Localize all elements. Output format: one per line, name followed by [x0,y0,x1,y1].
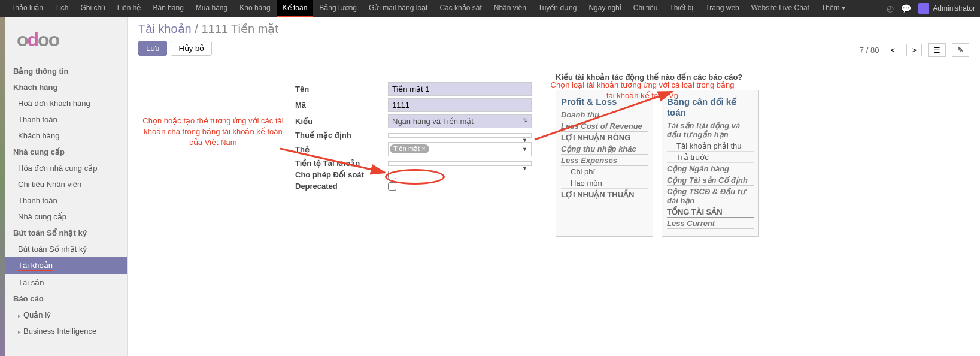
info-line: Less Current [667,219,754,229]
user-menu[interactable]: Administrator [918,3,975,14]
label-reconcile: Cho phép Đối soát [295,170,388,179]
sidebar-item[interactable]: Tài sản [5,274,127,291]
info-line: LỢI NHUẬN THUẦN [561,190,648,200]
topbar-item[interactable]: Bảng lương [313,0,363,17]
topbar-item[interactable]: Gửi mail hàng loạt [363,0,433,17]
topbar-item[interactable]: Mua hàng [190,0,233,17]
info-line: Doanh thu [561,110,648,120]
select-arrows-icon: ⇅ [523,117,527,123]
save-button[interactable]: Lưu [138,41,167,56]
pager: 7 / 80 [860,46,879,55]
chat-icon[interactable]: 💬 [901,4,911,13]
name-field[interactable] [388,82,532,96]
type-select[interactable]: Ngân hàng và Tiền mặt⇅ [388,114,532,128]
info-line: Less Expenses [561,156,648,166]
sidebar-section: Báo cáo [5,291,127,307]
info-line: Cộng TSCĐ & Đầu tư dài hạn [667,187,754,206]
sidebar-item[interactable]: Thanh toán [5,192,127,209]
info-line: Hao mòn [561,179,648,189]
topbar-item[interactable]: Thảo luận [5,0,49,17]
left-decoration [0,17,5,356]
info-line: Cộng thu nhập khác [561,144,648,155]
sidebar: odoo Bảng thông tinKhách hàngHoá đơn khá… [5,17,128,356]
caret-down-icon: ▼ [522,165,527,171]
topbar-item[interactable]: Các khảo sát [433,0,487,17]
topbar-item[interactable]: Ghi chú [74,0,111,17]
list-view-button[interactable]: ☰ [928,43,946,57]
sidebar-item[interactable]: Bút toán Sổ nhật ký [5,241,127,257]
topbar-item[interactable]: Chi tiêu [627,0,664,17]
next-button[interactable]: > [906,44,922,56]
avatar [918,3,929,14]
sidebar-section: Nhà cung cấp [5,144,127,160]
info-line: LỢI NHUẬN RÒNG [561,133,648,143]
topbar-item[interactable]: Bán hàng [147,0,189,17]
info-line: Tài khoản phải thu [667,141,754,152]
sidebar-item[interactable]: ▸Business Intelligence [5,323,127,339]
tax-select[interactable]: ▼ [388,133,532,138]
topbar-item[interactable]: Ngày nghỉ [582,0,627,17]
caret-down-icon: ▼ [522,146,527,152]
info-line: TỔNG TÀI SẢN [667,207,754,218]
topbar-item[interactable]: Nhân viên [488,0,532,17]
breadcrumb-current: 1111 Tiền mặt [201,22,278,35]
sidebar-section: Bút toán Sổ nhật ký [5,225,127,241]
topbar-item[interactable]: Trang web [699,0,745,17]
sidebar-item[interactable]: Hoá đơn khách hàng [5,95,127,111]
top-navbar: Thảo luậnLịchGhi chúLiên hệBán hàngMua h… [0,0,980,17]
info-line: Cộng Ngân hàng [667,164,754,174]
sidebar-item[interactable]: Hóa đơn nhà cung cấp [5,160,127,176]
tag-chip: Tiền mặt× [390,144,429,153]
topbar-item[interactable]: Thêm ▾ [815,0,851,17]
sidebar-item[interactable]: Chi tiêu Nhân viên [5,176,127,192]
user-name: Administrator [933,4,975,13]
label-name: Tên [295,85,388,93]
label-code: Mã [295,101,388,110]
topbar-item[interactable]: Kế toán [277,0,314,17]
info-line: Tài sản lưu động và đầu tư ngắn hạn [667,121,754,140]
sidebar-item[interactable]: Nhà cung cấp [5,209,127,225]
label-tag: Thẻ [295,145,388,154]
topbar-item[interactable]: Lịch [49,0,74,17]
topbar-item[interactable]: Tuyển dụng [532,0,583,17]
logo: odoo [5,22,127,63]
topbar-item[interactable]: Liên hệ [111,0,147,17]
info-line: Cộng Tài sản Cố định [667,176,754,186]
info-line: Less Cost of Revenue [561,122,648,132]
sidebar-section: Khách hàng [5,79,127,95]
info-line: Trả trước [667,153,754,163]
sidebar-section: Bảng thông tin [5,63,127,79]
info-col-pl: Profit & Loss Doanh thuLess Cost of Reve… [556,90,653,237]
label-currency: Tiền tệ Tài khoản [295,159,388,168]
code-field[interactable] [388,98,532,112]
info-line: Chi phí [561,167,648,177]
topbar-item[interactable]: Thiết bị [663,0,699,17]
deprecated-checkbox[interactable] [388,182,396,191]
label-deprecated: Deprecated [295,182,388,191]
breadcrumb: Tài khoản / 1111 Tiền mặt [138,22,969,36]
cancel-button[interactable]: Hủy bỏ [171,41,212,56]
currency-select[interactable]: ▼ [388,161,532,166]
tag-remove-icon[interactable]: × [421,145,425,152]
sidebar-item[interactable]: Khách hàng [5,128,127,144]
sidebar-item[interactable]: Thanh toán [5,111,127,128]
topbar-item[interactable]: Website Live Chat [745,0,815,17]
form-view-button[interactable]: ✎ [952,43,969,57]
reconcile-checkbox[interactable] [388,171,396,179]
info-title: Kiểu tài khoản tác động thế nào đến các … [556,73,759,82]
info-col-bs: Bảng cân đối kế toán Tài sản lưu động và… [662,90,759,237]
clock-icon[interactable]: ◴ [887,4,894,13]
label-tax: Thuế mặc định [295,131,388,140]
prev-button[interactable]: < [885,44,900,56]
sidebar-item[interactable]: Tài khoản [5,257,127,274]
label-type: Kiểu [295,117,388,126]
sidebar-item[interactable]: ▸Quản lý [5,307,127,323]
tag-field[interactable]: Tiền mặt×▼ [388,142,532,156]
breadcrumb-root[interactable]: Tài khoản [138,22,192,35]
topbar-item[interactable]: Kho hàng [233,0,276,17]
